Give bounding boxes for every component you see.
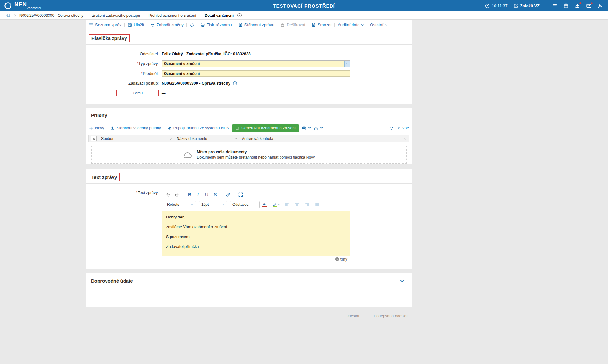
toolbar-divider bbox=[367, 23, 367, 27]
fullscreen-button[interactable] bbox=[237, 191, 244, 198]
dropdown-caret-icon bbox=[398, 127, 400, 129]
toolbar-divider bbox=[164, 126, 164, 131]
printer-icon bbox=[302, 126, 307, 131]
recipient-link[interactable]: Komu bbox=[116, 90, 159, 96]
redo-button[interactable] bbox=[173, 191, 181, 198]
breadcrumb-item-zruseni[interactable]: Zrušení zadávacího postupu bbox=[92, 13, 140, 18]
chevron-down-icon bbox=[254, 203, 257, 206]
message-type-select[interactable]: Oznámení o zrušení bbox=[162, 60, 350, 67]
download-message-button[interactable]: Stáhnout zprávu bbox=[238, 23, 275, 27]
new-attachment-button[interactable]: Nový bbox=[89, 126, 104, 131]
document-icon bbox=[235, 126, 239, 130]
attachments-card: Přílohy Nový Stáhnout všechny přílohy Př… bbox=[86, 108, 412, 164]
rich-text-editor: B I U S Roboto 10pt bbox=[162, 189, 350, 263]
column-filter-caret-icon[interactable] bbox=[235, 138, 237, 140]
save-icon bbox=[127, 23, 132, 27]
align-left-button[interactable] bbox=[283, 201, 291, 208]
font-family-select[interactable]: Roboto bbox=[165, 201, 196, 208]
funnel-icon bbox=[389, 126, 394, 131]
editor-footer: tiny bbox=[162, 256, 350, 263]
profile-button[interactable] bbox=[598, 3, 603, 9]
list-icon bbox=[89, 23, 94, 27]
undo-button[interactable] bbox=[165, 191, 172, 198]
chevron-right-icon bbox=[199, 14, 202, 17]
breadcrumb-item-prehled[interactable]: Přehled oznámení o zrušení bbox=[149, 13, 196, 18]
topbar-divider bbox=[546, 2, 546, 9]
dropzone-title: Místo pro vaše dokumenty bbox=[197, 150, 315, 154]
toolbar-divider bbox=[308, 23, 308, 27]
discard-changes-button[interactable]: Zahodit změny bbox=[150, 23, 184, 27]
view-all-filter[interactable]: Vše bbox=[398, 126, 409, 130]
editor-toolbar-row2: Roboto 10pt Odstavec A bbox=[162, 200, 350, 211]
attachments-toolbar: Nový Stáhnout všechny přílohy Připojit p… bbox=[86, 121, 412, 135]
toolbar-divider bbox=[147, 23, 147, 27]
text-color-button[interactable]: A bbox=[262, 202, 270, 207]
message-text-label: Text zprávy: bbox=[138, 191, 159, 195]
procedure-value: N006/25/V00003300 - Oprava střechy bbox=[162, 81, 230, 86]
create-vz-button[interactable]: Založit VZ bbox=[514, 3, 540, 8]
breadcrumb-item-vz[interactable]: N006/25/V00003300 - Oprava střechy bbox=[19, 13, 83, 18]
bold-button[interactable]: B bbox=[186, 191, 193, 198]
font-size-select[interactable]: 10pt bbox=[199, 201, 227, 208]
column-settings-button[interactable] bbox=[91, 136, 97, 141]
message-type-label: Typ zprávy: bbox=[139, 62, 159, 66]
menu-button[interactable] bbox=[552, 3, 557, 9]
strikethrough-button[interactable]: S bbox=[211, 191, 219, 198]
delete-button[interactable]: Smazat bbox=[311, 23, 332, 27]
attach-from-nen-button[interactable]: Připojit přílohu ze systému NEN bbox=[167, 126, 229, 131]
message-type-row: *Typ zprávy: Oznámení o zrušení bbox=[86, 59, 412, 68]
italic-button[interactable]: I bbox=[194, 191, 202, 198]
align-justify-button[interactable] bbox=[314, 201, 321, 208]
chevron-right-icon bbox=[86, 14, 89, 17]
dropdown-caret-icon bbox=[361, 24, 364, 26]
compose-icon bbox=[514, 3, 518, 8]
clock-icon bbox=[485, 3, 490, 8]
subject-input[interactable]: Oznámení o zrušení bbox=[162, 70, 350, 77]
downloads-badge bbox=[579, 2, 582, 4]
editor-content-area[interactable]: Dobrý den, zasíláme Vám oznámení o zruše… bbox=[162, 211, 350, 256]
export-attachments-button[interactable] bbox=[314, 126, 323, 131]
link-button[interactable] bbox=[224, 191, 232, 198]
downloads-button[interactable] bbox=[575, 3, 580, 9]
save-button[interactable]: Uložit bbox=[127, 23, 144, 27]
align-center-button[interactable] bbox=[293, 201, 301, 208]
filter-button[interactable] bbox=[389, 126, 394, 131]
recipient-value: — bbox=[162, 91, 166, 95]
print-record-button[interactable]: Tisk záznamu bbox=[200, 23, 232, 27]
chevron-right-icon bbox=[14, 14, 16, 17]
column-filter-caret-icon[interactable] bbox=[169, 138, 172, 140]
calendar-button[interactable] bbox=[563, 3, 569, 9]
attachments-dropzone[interactable]: Místo pro vaše dokumenty Dokumenty sem m… bbox=[91, 146, 407, 164]
other-actions-button[interactable]: Ostatní bbox=[370, 23, 388, 27]
underline-button[interactable]: U bbox=[203, 191, 210, 198]
dropzone-subtitle: Dokumenty sem můžete přetáhnout nebo nah… bbox=[197, 155, 315, 159]
editor-paragraph: zasíláme Vám oznámení o zrušení. bbox=[166, 225, 346, 229]
download-all-attachments-button[interactable]: Stáhnout všechny přílohy bbox=[110, 126, 161, 131]
paragraph-format-select[interactable]: Odstavec bbox=[230, 201, 260, 208]
subject-label: Předmět: bbox=[143, 71, 159, 76]
send-button[interactable]: Odeslat bbox=[346, 314, 359, 318]
audit-data-button[interactable]: Auditní data bbox=[338, 23, 364, 27]
message-list-button[interactable]: Seznam zpráv bbox=[89, 23, 121, 27]
align-right-button[interactable] bbox=[303, 201, 311, 208]
select-caret-box[interactable] bbox=[344, 61, 350, 67]
notifications-button[interactable] bbox=[190, 23, 194, 27]
plus-icon bbox=[89, 126, 94, 131]
home-icon[interactable] bbox=[6, 13, 11, 18]
print-attachments-button[interactable] bbox=[302, 126, 311, 131]
column-header-antivir: Antivirová kontrola bbox=[242, 136, 273, 141]
column-filter-caret-icon[interactable] bbox=[404, 138, 407, 140]
sender-row: Odesílatel: Felix Okátý - Zadavatel přír… bbox=[86, 49, 412, 59]
messages-button[interactable] bbox=[586, 3, 592, 9]
toolbar-divider bbox=[235, 23, 235, 27]
highlight-color-button[interactable] bbox=[273, 202, 281, 207]
generate-cancellation-notice-button[interactable]: Generovat oznámení o zrušení bbox=[232, 124, 299, 132]
close-tab-icon[interactable] bbox=[237, 13, 242, 18]
section-title-message-text: Text zprávy bbox=[89, 173, 120, 181]
chevron-down-icon bbox=[191, 203, 194, 206]
sign-and-send-button[interactable]: Podepsat a odeslat bbox=[374, 314, 408, 318]
paperclip-icon bbox=[167, 126, 172, 131]
app-logo[interactable]: NEN Zadavatel bbox=[0, 2, 41, 10]
info-icon[interactable] bbox=[233, 81, 237, 86]
expand-section-chevron-icon[interactable] bbox=[399, 278, 409, 284]
